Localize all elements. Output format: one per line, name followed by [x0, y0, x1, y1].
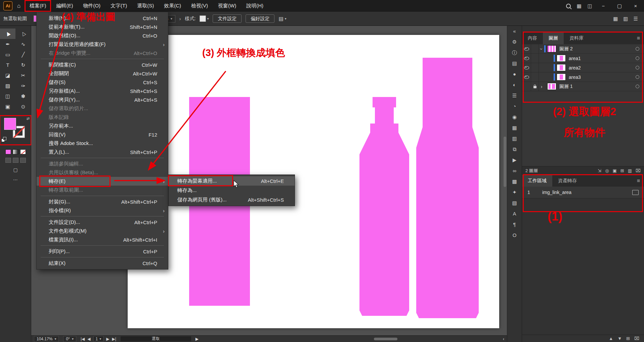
lock-toggle[interactable]	[531, 44, 539, 53]
menu-item-new[interactable]: 新增(N)... Ctrl+N	[37, 14, 168, 22]
menu-item-document-setup[interactable]: 文件設定(D)... Alt+Ctrl+P	[37, 218, 168, 227]
target-circle-icon[interactable]	[636, 85, 639, 88]
menu-object[interactable]: 物件(O)	[78, 0, 105, 12]
appearance-icon[interactable]: ☰	[512, 93, 517, 98]
menu-help[interactable]: 說明(H)	[241, 0, 268, 12]
document-setup-button[interactable]: 文件設定	[213, 14, 242, 23]
magic-wand-icon[interactable]: ✦	[512, 190, 517, 195]
character-styles-icon[interactable]: A	[513, 211, 516, 216]
file-menu-item[interactable]	[41, 216, 164, 216]
selection-tool[interactable]: ▶	[0, 29, 15, 39]
menu-item-invite-to-edit[interactable]: 邀請參與編輯...	[37, 159, 168, 168]
artboard-tool[interactable]: ▣	[0, 101, 15, 112]
artboard-name[interactable]: img_link_area	[542, 190, 632, 195]
clipping-mask-icon[interactable]: ▣	[613, 168, 617, 173]
visibility-toggle[interactable]	[522, 44, 531, 53]
layers-panel-menu-icon[interactable]: ≡	[637, 35, 644, 41]
menu-item-new-from-template[interactable]: 從範本新增(T)... Shift+Ctrl+N	[37, 22, 168, 31]
none-mode-button[interactable]	[20, 149, 26, 154]
type-tool[interactable]: T	[0, 60, 15, 70]
menu-item-print[interactable]: 列印(P)... Ctrl+P	[37, 247, 168, 256]
menu-view[interactable]: 檢視(V)	[186, 0, 213, 12]
disclosure-icon[interactable]	[539, 46, 544, 52]
visibility-toggle[interactable]	[522, 72, 531, 82]
shape-builder-tool[interactable]: ◫	[0, 91, 15, 101]
tab-properties[interactable]: 內容	[522, 32, 543, 44]
search-icon[interactable]	[566, 4, 571, 8]
submenu-item-export-as[interactable]: 轉存為...	[169, 186, 295, 195]
paragraph-styles-icon[interactable]: ¶	[513, 222, 516, 227]
horizontal-scrollbar-thumb[interactable]	[374, 338, 397, 340]
swatches-icon[interactable]: ▦	[512, 125, 517, 130]
align-options-icon[interactable]: ▤▾	[278, 16, 286, 22]
move-down-icon[interactable]: ▼	[617, 336, 622, 341]
screen-mode-button[interactable]: ▢	[0, 167, 31, 173]
file-menu-item[interactable]	[41, 257, 164, 257]
target-circle-icon[interactable]	[636, 66, 639, 69]
disclosure-icon[interactable]	[539, 84, 544, 89]
menu-edit[interactable]: 編輯(E)	[51, 0, 78, 12]
layer-row-area2[interactable]: area2	[522, 63, 644, 72]
links-icon[interactable]: ∞	[513, 168, 516, 173]
menu-file[interactable]: 檔案(F)	[25, 0, 51, 12]
maximize-button[interactable]: ▢	[614, 3, 625, 9]
libraries-icon[interactable]: ▧	[512, 200, 517, 205]
tab-asset-export[interactable]: 資產轉存	[552, 175, 583, 187]
layer-row-area3[interactable]: area3	[522, 72, 644, 82]
file-menu-item[interactable]	[41, 158, 164, 158]
fill-swatch[interactable]	[4, 118, 16, 130]
line-segment-tool[interactable]: ╱	[15, 49, 31, 60]
draw-inside-button[interactable]	[20, 158, 26, 163]
menu-item-version-history[interactable]: 版本記錄	[37, 113, 168, 121]
menu-item-save[interactable]: 儲存(S) Ctrl+S	[37, 78, 168, 87]
image-trace-icon[interactable]: ▩	[512, 179, 517, 184]
gradient-tool[interactable]: ▨	[0, 81, 15, 91]
layout-grid-icon[interactable]: ▦	[613, 16, 618, 22]
artboard-page-icon[interactable]	[632, 190, 639, 195]
variables-icon[interactable]: ▤	[512, 61, 517, 66]
menu-item-open[interactable]: 開啟舊檔(O)... Ctrl+O	[37, 31, 168, 40]
menu-item-revert[interactable]: 回復(V) F12	[37, 130, 168, 139]
submenu-item-save-for-web[interactable]: 儲存為網頁用 (舊版)... Alt+Shift+Ctrl+S	[169, 195, 295, 204]
status-expand-icon[interactable]: ▶	[196, 337, 199, 341]
new-artboard-icon[interactable]: ⊞	[626, 336, 630, 341]
scissors-tool[interactable]: ✂	[15, 70, 31, 81]
menu-type[interactable]: 文字(T)	[105, 0, 132, 12]
pen-tool[interactable]: ✒	[0, 39, 15, 49]
menu-item-file-info[interactable]: 檔案資訊(I)... Alt+Shift+Ctrl+I	[37, 235, 168, 244]
draw-normal-button[interactable]	[5, 158, 11, 163]
panels-toggle-icon[interactable]: ◫	[588, 3, 592, 9]
opentype-icon[interactable]: O	[513, 233, 517, 238]
visibility-toggle[interactable]	[522, 54, 531, 63]
new-layer-icon[interactable]: ▥	[628, 168, 632, 173]
target-circle-icon[interactable]	[636, 56, 639, 60]
close-button[interactable]: ×	[631, 3, 641, 9]
vertical-scrollbar-thumb[interactable]	[504, 137, 506, 187]
zoom-tool[interactable]: ⊙	[15, 101, 31, 112]
bottle-shape-small[interactable]	[359, 97, 409, 316]
color-guide-icon[interactable]: ◐	[513, 82, 516, 87]
layer-row-layer2[interactable]: 圖層 2	[522, 44, 644, 54]
menu-item-exit[interactable]: 結束(X) Ctrl+Q	[37, 259, 168, 267]
stroke-icon[interactable]: ◔	[513, 104, 516, 109]
direct-selection-tool[interactable]: ▷	[15, 29, 31, 39]
menu-item-browse-in-bridge[interactable]: 在 Bridge 中瀏覽... Alt+Ctrl+O	[37, 49, 168, 57]
document-info-icon[interactable]: ⓘ	[512, 50, 517, 55]
menu-item-document-color-mode[interactable]: 文件色彩模式(M)	[37, 227, 168, 235]
artboard-row-1[interactable]: 1 img_link_area	[522, 187, 644, 198]
menu-item-scripts[interactable]: 指令檔(R)	[37, 206, 168, 215]
vertical-scrollbar[interactable]	[504, 29, 506, 332]
delete-icon[interactable]: ⌧	[634, 336, 639, 341]
visibility-toggle[interactable]	[522, 82, 531, 91]
symbol-sprayer-tool[interactable]: ✽	[15, 91, 31, 101]
zoom-level-dropdown[interactable]: 104.17%▾	[34, 336, 59, 342]
horizontal-scrollbar[interactable]	[205, 338, 497, 340]
artboard-number-dropdown[interactable]: 1▾	[93, 336, 104, 342]
tab-artboards[interactable]: 工作區域	[522, 175, 552, 187]
actions-icon[interactable]: ▶	[513, 157, 517, 162]
bottle-shape-large[interactable]	[416, 58, 479, 318]
menu-item-search-adobe-stock[interactable]: 搜尋 Adobe Stock...	[37, 139, 168, 148]
lock-toggle[interactable]	[531, 82, 539, 91]
file-menu-item[interactable]	[41, 245, 164, 246]
menu-item-export[interactable]: 轉存(E)	[37, 177, 168, 186]
